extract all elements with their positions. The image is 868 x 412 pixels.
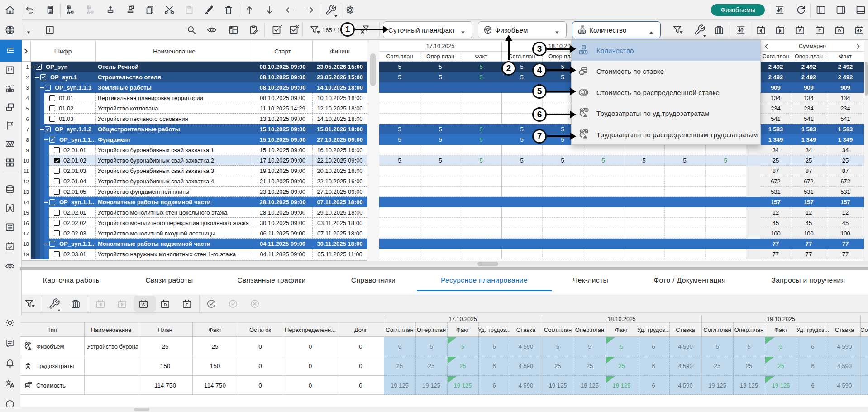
svg-text:2: 2 xyxy=(580,30,581,33)
svg-text:S: S xyxy=(799,29,801,33)
svg-text:D: D xyxy=(164,302,167,307)
svg-text:F: F xyxy=(818,29,821,33)
svg-text:S: S xyxy=(142,302,145,307)
svg-text:1: 1 xyxy=(582,26,583,29)
svg-text:1: 1 xyxy=(581,71,582,75)
svg-text:F: F xyxy=(186,302,188,307)
svg-text:3: 3 xyxy=(585,51,587,54)
svg-text:D: D xyxy=(838,29,841,33)
svg-text:3: 3 xyxy=(583,30,585,33)
svg-text:1: 1 xyxy=(586,109,587,112)
svg-text:2: 2 xyxy=(581,51,582,54)
svg-text:1: 1 xyxy=(583,46,585,49)
svg-text:1: 1 xyxy=(581,90,583,95)
